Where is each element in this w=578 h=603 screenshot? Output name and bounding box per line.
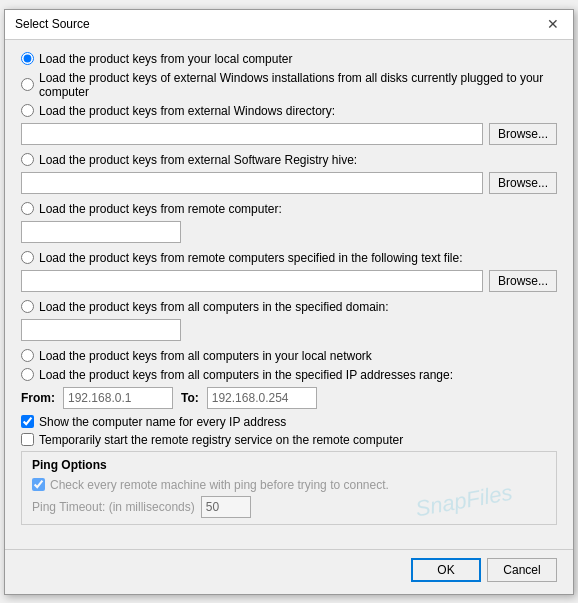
option-1-text: Load the product keys from your local co… xyxy=(39,52,292,66)
show-computer-name-checkbox[interactable] xyxy=(21,415,34,428)
browse-btn-directory[interactable]: Browse... xyxy=(489,123,557,145)
option-5-text: Load the product keys from remote comput… xyxy=(39,202,282,216)
radio-opt9[interactable] xyxy=(21,368,34,381)
option-7-text: Load the product keys from all computers… xyxy=(39,300,389,314)
registry-input-row: Browse... xyxy=(21,172,557,194)
option-3-label[interactable]: Load the product keys from external Wind… xyxy=(21,104,335,118)
radio-opt6[interactable] xyxy=(21,251,34,264)
title-bar: Select Source ✕ xyxy=(5,10,573,40)
directory-combo-wrapper xyxy=(21,123,483,145)
option-9-label[interactable]: Load the product keys from all computers… xyxy=(21,368,453,382)
option-4-text: Load the product keys from external Soft… xyxy=(39,153,357,167)
ping-options-title: Ping Options xyxy=(32,458,546,472)
domain-input-row xyxy=(21,319,557,341)
option-row-2: Load the product keys of external Window… xyxy=(21,71,557,99)
option-5-label[interactable]: Load the product keys from remote comput… xyxy=(21,202,282,216)
textfile-input-row: Browse... xyxy=(21,270,557,292)
radio-opt3[interactable] xyxy=(21,104,34,117)
option-6-text: Load the product keys from remote comput… xyxy=(39,251,463,265)
to-label: To: xyxy=(181,391,199,405)
browse-btn-textfile[interactable]: Browse... xyxy=(489,270,557,292)
option-row-3: Load the product keys from external Wind… xyxy=(21,104,557,118)
domain-input[interactable] xyxy=(21,319,181,341)
from-label: From: xyxy=(21,391,55,405)
show-computer-name-row: Show the computer name for every IP addr… xyxy=(21,415,557,429)
option-2-text: Load the product keys of external Window… xyxy=(39,71,557,99)
option-6-label[interactable]: Load the product keys from remote comput… xyxy=(21,251,463,265)
temp-start-label[interactable]: Temporarily start the remote registry se… xyxy=(39,433,403,447)
option-row-8: Load the product keys from all computers… xyxy=(21,349,557,363)
option-8-label[interactable]: Load the product keys from all computers… xyxy=(21,349,372,363)
radio-opt4[interactable] xyxy=(21,153,34,166)
show-computer-name-label[interactable]: Show the computer name for every IP addr… xyxy=(39,415,286,429)
ping-timeout-input[interactable] xyxy=(201,496,251,518)
cancel-button[interactable]: Cancel xyxy=(487,558,557,582)
radio-opt1[interactable] xyxy=(21,52,34,65)
directory-input-row: Browse... xyxy=(21,123,557,145)
option-9-text: Load the product keys from all computers… xyxy=(39,368,453,382)
option-row-6: Load the product keys from remote comput… xyxy=(21,251,557,265)
ping-check-checkbox[interactable] xyxy=(32,478,45,491)
radio-opt2[interactable] xyxy=(21,78,34,91)
option-row-4: Load the product keys from external Soft… xyxy=(21,153,557,167)
close-button[interactable]: ✕ xyxy=(543,14,563,34)
radio-opt7[interactable] xyxy=(21,300,34,313)
from-to-row: From: To: xyxy=(21,387,557,409)
radio-opt8[interactable] xyxy=(21,349,34,362)
option-4-label[interactable]: Load the product keys from external Soft… xyxy=(21,153,357,167)
option-8-text: Load the product keys from all computers… xyxy=(39,349,372,363)
browse-btn-registry[interactable]: Browse... xyxy=(489,172,557,194)
directory-select[interactable] xyxy=(21,123,483,145)
option-2-label[interactable]: Load the product keys of external Window… xyxy=(21,71,557,99)
button-bar: OK Cancel xyxy=(5,549,573,594)
from-input[interactable] xyxy=(63,387,173,409)
ping-timeout-label: Ping Timeout: (in milliseconds) xyxy=(32,500,195,514)
dialog-body: Load the product keys from your local co… xyxy=(5,40,573,594)
ping-check-row: Check every remote machine with ping bef… xyxy=(32,478,546,492)
remote-computer-input[interactable] xyxy=(21,221,181,243)
textfile-input[interactable] xyxy=(21,270,483,292)
content-area: Load the product keys from your local co… xyxy=(5,40,573,545)
ok-button[interactable]: OK xyxy=(411,558,481,582)
option-1-label[interactable]: Load the product keys from your local co… xyxy=(21,52,292,66)
temp-start-checkbox[interactable] xyxy=(21,433,34,446)
ping-options-group: Ping Options Check every remote machine … xyxy=(21,451,557,525)
option-3-text: Load the product keys from external Wind… xyxy=(39,104,335,118)
option-row-1: Load the product keys from your local co… xyxy=(21,52,557,66)
option-7-label[interactable]: Load the product keys from all computers… xyxy=(21,300,389,314)
option-row-7: Load the product keys from all computers… xyxy=(21,300,557,314)
to-input[interactable] xyxy=(207,387,317,409)
option-row-5: Load the product keys from remote comput… xyxy=(21,202,557,216)
temp-start-row: Temporarily start the remote registry se… xyxy=(21,433,557,447)
radio-opt5[interactable] xyxy=(21,202,34,215)
remote-computer-input-row xyxy=(21,221,557,243)
ping-check-label[interactable]: Check every remote machine with ping bef… xyxy=(50,478,389,492)
option-row-9: Load the product keys from all computers… xyxy=(21,368,557,382)
dialog-title: Select Source xyxy=(15,17,90,31)
registry-input[interactable] xyxy=(21,172,483,194)
select-source-dialog: Select Source ✕ Load the product keys fr… xyxy=(4,9,574,595)
ping-timeout-row: Ping Timeout: (in milliseconds) xyxy=(32,496,546,518)
